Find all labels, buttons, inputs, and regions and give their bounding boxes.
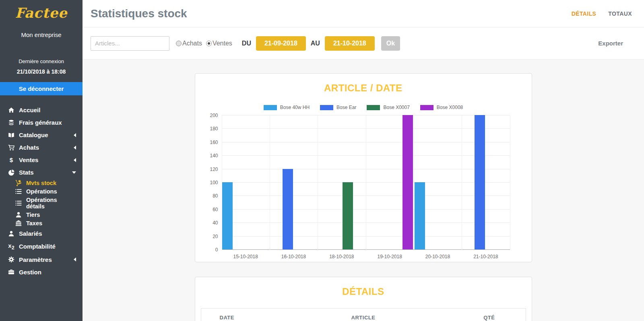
radio-ventes[interactable]: Ventes (206, 40, 232, 47)
type-radios: Achats Ventes (176, 40, 232, 47)
legend-swatch (320, 105, 333, 110)
details-card: DÉTAILS DATE ARTICLE QTÉ (195, 277, 532, 321)
sidebar-item-gestion[interactable]: Gestion (0, 266, 83, 278)
sidebar-item-taxes[interactable]: Taxes (0, 219, 83, 227)
bar-bose-ear-16-10-2018 (283, 169, 293, 249)
sidebar-item-catalogue[interactable]: Catalogue (0, 129, 83, 141)
column-header-article: ARTICLE (309, 315, 417, 321)
sidebar-item-stats[interactable]: Stats (0, 166, 83, 179)
sidebar-item-label: Paramètres (19, 256, 52, 263)
y-axis-tick: 20 (213, 234, 218, 239)
bank-icon (14, 220, 23, 226)
details-title: DÉTAILS (195, 286, 532, 297)
column-header-qte: QTÉ (417, 315, 526, 321)
last-connection-value: 21/10/2018 à 18:08 (0, 68, 83, 75)
details-table-header: DATE ARTICLE QTÉ (201, 308, 526, 321)
dollar-icon: $ (7, 157, 15, 163)
radio-label: Ventes (213, 40, 232, 47)
sidebar-item-mvts-stock[interactable]: Mvts stock (0, 179, 83, 187)
gridline-vertical (414, 115, 414, 250)
sidebar-item-label: Mvts stock (26, 180, 56, 186)
sidebar-item-comptabilite[interactable]: x2Comptabilité (0, 240, 83, 253)
logout-button[interactable]: Se déconnecter (0, 82, 83, 95)
last-connection-label: Dernière connexion (0, 58, 83, 64)
radio-circle-icon (176, 41, 182, 46)
sidebar-item-label: Catalogue (19, 132, 48, 138)
sidebar-item-label: Gestion (19, 269, 41, 276)
sidebar-item-frais-generaux[interactable]: Frais généraux (0, 116, 83, 129)
bar-bose-x0007-18-10-2018 (343, 182, 353, 249)
gridline-vertical (270, 115, 270, 250)
x-axis-tick: 19-10-2018 (377, 254, 402, 259)
gridline-vertical (366, 115, 366, 250)
x2-icon: x2 (7, 243, 15, 251)
list-icon (14, 188, 23, 195)
sidebar-item-label: Taxes (26, 220, 42, 226)
sidebar-item-label: Accueil (19, 107, 40, 113)
sidebar-item-salaries[interactable]: Salariés (0, 227, 83, 240)
chart-plot: 02040608010012014016018020015-10-201816-… (222, 115, 510, 250)
sidebar-item-label: Comptabilité (19, 243, 56, 250)
legend-swatch (264, 105, 277, 110)
from-date-button[interactable]: 21-09-2018 (256, 36, 306, 51)
home-icon (7, 107, 15, 113)
sidebar-item-achats[interactable]: Achats (0, 141, 83, 154)
main-area: Statistiques stock DÉTAILS TOTAUX Achats… (83, 0, 644, 321)
sidebar-item-ventes[interactable]: $Ventes (0, 154, 83, 166)
y-axis-tick: 200 (210, 113, 218, 118)
sidebar-item-label: Tiers (26, 212, 40, 218)
y-axis-tick: 40 (213, 220, 218, 226)
ok-button[interactable]: Ok (381, 36, 400, 51)
sidebar-item-tiers[interactable]: Tiers (0, 210, 83, 219)
sidebar-item-label: Stats (19, 169, 34, 176)
page-title: Statistiques stock (91, 7, 187, 20)
y-axis-tick: 100 (210, 180, 218, 185)
radio-label: Achats (182, 40, 202, 47)
briefcase-icon (7, 269, 15, 275)
dolly-icon (14, 180, 23, 186)
sidebar-item-label: Salariés (19, 230, 42, 237)
y-axis-tick: 60 (213, 207, 218, 212)
legend-label: Bose X0007 (383, 105, 409, 110)
sidebar-item-accueil[interactable]: Accueil (0, 104, 83, 116)
legend-item-bose-ear[interactable]: Bose Ear (320, 105, 356, 110)
sidebar-item-parametres[interactable]: Paramètres (0, 253, 83, 266)
legend-item-bose-40w-hh[interactable]: Bose 40w HH (264, 105, 310, 110)
legend-item-bose-x0008[interactable]: Bose X0008 (420, 105, 463, 110)
x-axis-tick: 20-10-2018 (425, 254, 450, 259)
y-axis-tick: 180 (210, 126, 218, 132)
legend-label: Bose 40w HH (280, 105, 310, 110)
gear-icon (7, 256, 15, 263)
x-axis-tick: 18-10-2018 (329, 254, 354, 259)
list-icon (14, 200, 23, 206)
sidebar-item-label: Opérations (26, 188, 57, 195)
sidebar-item-operations[interactable]: Opérations (0, 187, 83, 195)
legend-item-bose-x0007[interactable]: Bose X0007 (367, 105, 409, 110)
export-button[interactable]: Exporter (598, 40, 623, 47)
y-axis-tick: 140 (210, 153, 218, 158)
person-icon (7, 230, 15, 237)
articles-search-input[interactable] (91, 36, 169, 51)
radio-circle-icon (206, 41, 212, 46)
sidebar-item-label: Frais généraux (19, 119, 62, 126)
bar-bose-ear-21-10-2018 (475, 115, 485, 249)
legend-label: Bose Ear (336, 105, 356, 110)
sidebar-item-label: Ventes (19, 156, 38, 163)
sidebar: Factee Mon entreprise Dernière connexion… (0, 0, 83, 321)
sidebar-item-label: Opérations détails (26, 197, 76, 210)
column-header-date: DATE (201, 315, 310, 321)
chart-legend: Bose 40w HHBose EarBose X0007Bose X0008 (195, 105, 532, 110)
tab-details[interactable]: DÉTAILS (572, 10, 597, 17)
radio-achats[interactable]: Achats (176, 40, 202, 47)
chart-title: ARTICLE / DATE (195, 82, 532, 94)
gridline-vertical (462, 115, 462, 250)
tab-totaux[interactable]: TOTAUX (608, 10, 632, 17)
topbar-tabs: DÉTAILS TOTAUX (572, 10, 632, 17)
chevron-left-icon (74, 158, 76, 162)
bar-bose-x0008-19-10-2018 (402, 115, 413, 249)
app-logo[interactable]: Factee (0, 5, 83, 21)
x-axis-tick: 15-10-2018 (233, 254, 258, 259)
sidebar-item-operations-details[interactable]: Opérations détails (0, 195, 83, 210)
to-date-button[interactable]: 21-10-2018 (325, 36, 375, 51)
gridline-vertical (222, 115, 222, 250)
